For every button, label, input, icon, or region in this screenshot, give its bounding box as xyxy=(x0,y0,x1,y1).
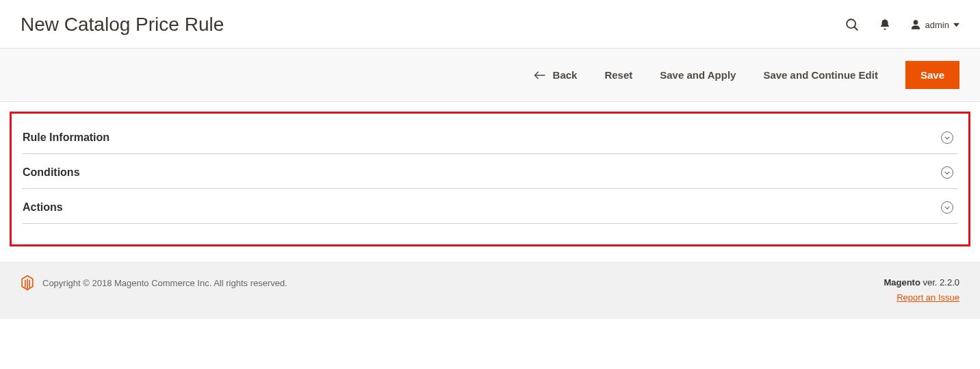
svg-line-1 xyxy=(854,27,858,30)
chevron-down-icon xyxy=(953,22,959,28)
copyright-text: Copyright © 2018 Magento Commerce Inc. A… xyxy=(42,278,287,288)
page-title: New Catalog Price Rule xyxy=(21,14,224,36)
footer-left: Copyright © 2018 Magento Commerce Inc. A… xyxy=(21,275,287,290)
expand-icon xyxy=(941,166,953,179)
reset-button[interactable]: Reset xyxy=(604,69,632,81)
save-button[interactable]: Save xyxy=(905,61,959,89)
section-actions[interactable]: Actions xyxy=(23,189,957,224)
expand-icon xyxy=(941,131,953,144)
magento-logo-icon xyxy=(21,275,34,290)
arrow-left-icon xyxy=(534,71,546,80)
report-issue-link[interactable]: Report an Issue xyxy=(897,292,959,303)
expand-icon xyxy=(941,201,953,214)
sections-highlight-box: Rule Information Conditions Actions xyxy=(10,112,970,246)
save-and-continue-button[interactable]: Save and Continue Edit xyxy=(763,69,878,81)
page-header: New Catalog Price Rule admin xyxy=(0,0,980,48)
search-icon[interactable] xyxy=(844,17,860,32)
section-conditions[interactable]: Conditions xyxy=(23,154,957,189)
section-title: Actions xyxy=(23,201,63,214)
save-and-apply-button[interactable]: Save and Apply xyxy=(660,69,736,81)
version-text: Magento ver. 2.2.0 xyxy=(884,275,959,290)
notifications-icon[interactable] xyxy=(879,18,891,31)
user-icon xyxy=(910,19,921,30)
svg-point-0 xyxy=(847,19,855,28)
back-button[interactable]: Back xyxy=(534,69,578,81)
section-rule-information[interactable]: Rule Information xyxy=(23,127,957,154)
action-toolbar: Back Reset Save and Apply Save and Conti… xyxy=(0,48,980,102)
header-actions: admin xyxy=(844,17,959,32)
section-title: Rule Information xyxy=(23,131,109,144)
section-title: Conditions xyxy=(23,166,80,179)
user-label: admin xyxy=(925,20,949,30)
user-menu[interactable]: admin xyxy=(910,19,959,30)
footer-right: Magento ver. 2.2.0 Report an Issue xyxy=(884,275,959,305)
page-footer: Copyright © 2018 Magento Commerce Inc. A… xyxy=(0,262,980,319)
